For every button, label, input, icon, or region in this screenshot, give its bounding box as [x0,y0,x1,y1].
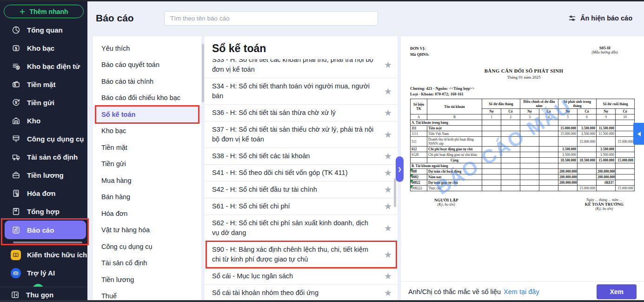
category-mua-hang[interactable]: Mua hàng [93,172,201,189]
report-list-item[interactable]: S41 - H: Sổ theo dõi chi tiết vốn góp (T… [205,165,398,181]
star-icon[interactable]: ★ [384,185,392,194]
star-icon[interactable]: ★ [384,87,392,96]
sidebar-item-tien-gui[interactable]: $ Tiền gửi [0,94,87,112]
refresh-dollar-icon: $ [11,98,21,108]
category-so-ke-toan[interactable]: Sổ kế toán [93,106,201,123]
collapse-icon [11,290,20,299]
debit-header: Nợ [520,109,539,114]
sidebar-item-kho[interactable]: Kho [0,112,87,130]
report-list-item[interactable]: S33 - H: Sổ chi tiết các khoản phải thu,… [205,59,398,78]
page-title: Báo cáo [96,13,144,24]
table-row: 612Chi phí hoạt động giao tự chủ3.500.00… [411,147,635,152]
category-label: Yêu thích [101,45,130,52]
report-list: S33 - H: Sổ chi tiết các khoản phải thu,… [205,59,398,302]
table-row: 1111Tiền Việt Nam15.000.0003.500.00011.5… [411,131,635,137]
category-tien-mat[interactable]: Tiền mặt [93,139,201,156]
star-icon[interactable]: ★ [384,168,392,177]
report-list-item[interactable]: S34 - H: Sổ chi tiết thanh toán với ngườ… [205,78,398,105]
side-panel-toggle-button[interactable] [633,123,644,145]
sidebar-item-label: Hóa đơn [27,189,56,197]
credit-header: Có [539,109,558,114]
category-scrollbar[interactable] [202,44,204,102]
report-list-item[interactable]: S90 - H: Bảng xác định chênh lệch thu, c… [205,242,398,268]
report-list-item[interactable]: S61 - H: Sổ chi tiết chi phí ★ [205,198,398,215]
chapter-line: Chương: 423 - Nguồn: <<Tổng hợp>> [410,86,637,92]
sidebar-item-label: Công cụ dụng cụ [27,135,84,143]
sidebar-item-kien-thuc-huu-ich[interactable]: Kiến thức hữu ích [0,246,87,264]
category-tien-gui[interactable]: Tiền gửi [93,156,201,173]
sidebar-item-bao-cao[interactable]: Báo cáo [5,221,86,239]
star-icon[interactable]: ★ [384,289,392,297]
triangle-left-icon [635,132,641,136]
category-ban-hang[interactable]: Bán hàng [93,189,201,206]
category-bao-cao-tai-chinh[interactable]: Báo cáo tài chính [93,73,201,90]
unit-label: ĐƠN VỊ: [410,46,429,52]
sidebar-item-tong-hop[interactable]: Tổng hợp [0,202,87,221]
report-list-scrollbar[interactable] [394,178,396,207]
category-tien-luong[interactable]: Tiền lương [93,271,201,288]
col-closing-balance: Số dư cuối tháng [597,99,635,109]
star-icon[interactable]: ★ [384,130,392,139]
sidebar-item-cong-cu-dung-cu[interactable]: Công cụ dụng cụ [0,130,87,148]
category-vat-tu-hang-hoa[interactable]: Vật tư hàng hóa [93,222,201,239]
report-title: BẢNG CÂN ĐỐI SỐ PHÁT SINH [410,68,637,74]
sidebar-item-label: Tiền mặt [27,81,55,88]
see-here-link[interactable]: Xem tại đây [504,288,539,295]
category-label: Tài sản cố định [101,259,147,267]
table-row: 0082Năm nay200.000.000200.000.000 [411,174,635,180]
form-note: (Mẫu hướng dẫn) [591,50,618,54]
sidebar-item-tien-mat[interactable]: $ Tiền mặt [0,75,87,94]
report-list-item[interactable]: S36 - H: Sổ chi tiết tài sản thừa chờ xử… [205,105,398,121]
report-item-label: Sổ cái - Mục lục ngân sách [212,271,376,281]
sidebar-item-hoa-don[interactable]: $ Hóa đơn [0,184,87,202]
window-top-edge [0,0,644,1]
category-bao-cao-quyet-toan[interactable]: Báo cáo quyết toán [93,57,201,74]
category-label: Tiền lương [101,276,134,283]
category-bao-cao-doi-chieu-kho-bac[interactable]: Báo cáo đối chiếu kho bạc [93,90,201,107]
sidebar-item-kho-bac[interactable]: $ Kho bạc [0,39,87,57]
star-icon[interactable]: ★ [384,272,392,281]
col-opening-balance: Số dư đầu tháng [482,99,520,109]
category-hoa-don[interactable]: Hóa đơn [93,205,201,222]
star-icon[interactable]: ★ [384,152,392,161]
sidebar-item-kho-bac-dien-tu[interactable]: $ Kho bạc điện tử [0,57,87,75]
category-label: Báo cáo quyết toán [101,61,159,68]
report-list-item[interactable]: Sổ cái - Mục lục ngân sách ★ [205,268,398,285]
report-list-item[interactable]: S38 - H: Sổ chi tiết các tài khoản ★ [205,148,398,165]
report-list-item[interactable]: S62 - H: Sổ chi tiết chi phí sản xuất ki… [205,215,398,242]
category-kho-bac[interactable]: Kho bạc [93,123,201,140]
sidebar-item-tien-luong[interactable]: Tiền lương [0,166,87,184]
report-item-label: S36 - H: Sổ chi tiết tài sản thừa chờ xử… [212,108,376,118]
view-button[interactable]: Xem [597,284,637,299]
report-list-panel: Sổ kế toán S33 - H: Sổ chi tiết các khoả… [205,36,398,302]
warehouse-icon [11,116,21,126]
star-icon[interactable]: ★ [384,224,392,233]
report-list-item[interactable]: S37 - H: Sổ chi tiết tài sản thiếu chờ x… [205,121,398,148]
search-input[interactable] [164,11,378,26]
preview-footer: Anh/Chị có thắc mắc về số liệu Xem tại đ… [401,281,644,302]
category-tai-san-co-dinh[interactable]: Tài sản cố định [93,255,201,272]
sidebar-nav: Tổng quan $ Kho bạc $ Kho bạc điện tử $ … [0,21,87,282]
toggle-reports-button[interactable]: Ẩn hiện báo cáo [568,14,632,22]
report-list-item[interactable]: Sổ cái tài khoản nhóm theo đối ứng ★ [205,285,398,302]
star-icon[interactable]: ★ [384,250,392,259]
star-icon[interactable]: ★ [384,60,392,69]
quick-add-button[interactable]: Thêm nhanh [4,5,84,18]
report-list-item[interactable]: S42 - H: Sổ chi tiết đầu tư tài chính ★ [205,181,398,198]
category-yeu-thich[interactable]: Yêu thích [93,40,201,57]
sidebar-item-tro-ly-ai[interactable]: Trợ lý AI [0,264,87,282]
star-icon[interactable]: ★ [384,108,392,117]
sidebar-item-label: Tiền gửi [27,99,54,107]
star-icon[interactable]: ★ [384,202,392,211]
sidebar-item-tong-quan[interactable]: Tổng quan [0,21,87,39]
chart-icon [11,225,21,235]
preview-panel: ĐƠN VỊ: Mã QHNS: S05-H (Mẫu hướng dẫn) B… [401,36,644,302]
credit-header: Có [501,109,520,114]
credit-header: Có [578,109,597,114]
category-cong-cu-dung-cu[interactable]: Công cụ dụng cụ [93,238,201,255]
sidebar-item-tai-san-co-dinh[interactable]: Tài sản cố định [0,148,87,166]
balance-table: Số hiệu TK Tên tài khoản Số dư đầu tháng… [410,99,635,191]
category-label: Thuế [101,292,117,300]
expand-preview-button[interactable]: ❯ [396,156,404,182]
badge-dollar-icon: $ [11,43,21,54]
